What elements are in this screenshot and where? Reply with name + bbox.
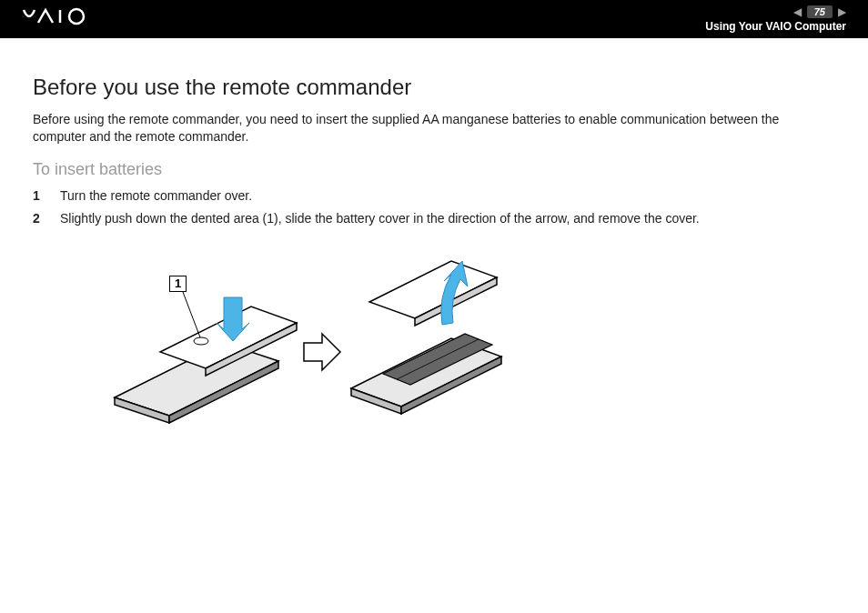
page-header: ◀ 75 ▶ Using Your VAIO Computer — [0, 0, 868, 38]
vaio-logo — [22, 6, 104, 32]
section-title: Using Your VAIO Computer — [705, 20, 846, 33]
battery-cover-illustration: 1 — [106, 243, 835, 428]
page-navigation: ◀ 75 ▶ — [793, 5, 846, 18]
page-number: 75 — [807, 5, 833, 18]
page-content: Before you use the remote commander Befo… — [0, 38, 868, 465]
transition-arrow-icon — [304, 334, 340, 370]
intro-paragraph: Before using the remote commander, you n… — [33, 111, 835, 146]
svg-point-1 — [69, 9, 84, 24]
subheading: To insert batteries — [33, 160, 835, 179]
vaio-logo-svg — [22, 6, 104, 26]
remote-left-group — [115, 306, 297, 423]
page-heading: Before you use the remote commander — [33, 75, 835, 100]
step-list: 1 Turn the remote commander over. 2 Slig… — [33, 186, 835, 228]
header-right: ◀ 75 ▶ Using Your VAIO Computer — [705, 5, 846, 33]
step-item: 2 Slightly push down the dented area (1)… — [33, 209, 835, 228]
prev-page-arrow-icon[interactable]: ◀ — [793, 5, 802, 18]
step-number: 1 — [33, 186, 44, 206]
step-item: 1 Turn the remote commander over. — [33, 186, 835, 206]
illustration-svg — [106, 243, 506, 425]
remote-right-group — [351, 261, 501, 414]
next-page-arrow-icon[interactable]: ▶ — [838, 5, 846, 18]
svg-line-8 — [183, 292, 200, 337]
step-number: 2 — [33, 209, 44, 228]
step-text: Slightly push down the dented area (1), … — [60, 209, 700, 228]
step-text: Turn the remote commander over. — [60, 186, 252, 206]
callout-label-1: 1 — [169, 276, 187, 292]
